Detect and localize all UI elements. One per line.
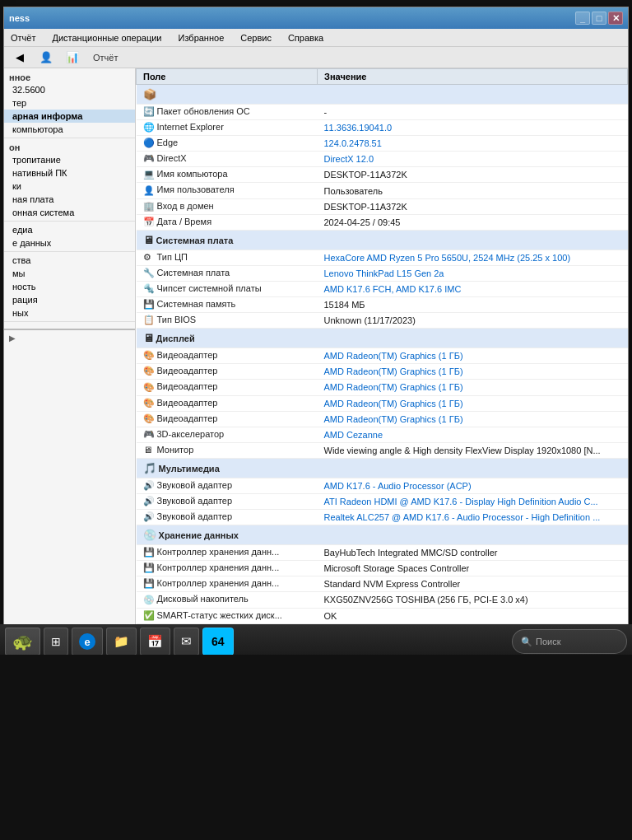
table-row: 🔊Звуковой адаптерRealtek ALC257 @ AMD K1… bbox=[137, 510, 628, 525]
sidebar-resize-handle[interactable]: ▶ bbox=[4, 329, 135, 346]
table-row: ✅SMART-статус жестких диск...OK bbox=[137, 608, 628, 623]
col-field: Поле bbox=[137, 69, 318, 85]
search-label: Поиск bbox=[536, 637, 560, 646]
row-icon: 💾 bbox=[143, 562, 155, 574]
table-row: 🎨ВидеоадаптерAMD Radeon(TM) Graphics (1 … bbox=[137, 348, 628, 364]
table-row: 💾Системная память15184 МБ bbox=[137, 297, 628, 313]
minimize-button[interactable]: _ bbox=[575, 12, 590, 25]
sidebar-item-5[interactable]: тропитание bbox=[4, 153, 135, 166]
menubar: Отчёт Дистанционные операции Избранное С… bbox=[4, 29, 628, 47]
taskbar: 🐢 ⊞ e 📁 📅 ✉ 64 🔍 Поиск bbox=[0, 624, 632, 659]
row-icon: 💿 bbox=[143, 595, 155, 606]
sidebar-item-13[interactable]: мы bbox=[4, 267, 135, 280]
table-row: 🎨ВидеоадаптерAMD Radeon(TM) Graphics (1 … bbox=[137, 380, 628, 395]
sidebar-item-12[interactable]: ства bbox=[4, 254, 135, 267]
table-row: 🎮DirectXDirectX 12.0 bbox=[137, 152, 628, 167]
back-button[interactable]: ◀ bbox=[9, 49, 30, 67]
row-icon: 🔊 bbox=[143, 511, 155, 523]
row-icon: 🎮 bbox=[143, 153, 155, 165]
search-icon: 🔍 bbox=[521, 637, 532, 647]
sidebar-item-2[interactable]: тер bbox=[4, 96, 135, 110]
row-icon: 🎨 bbox=[143, 382, 155, 394]
row-icon: ✅ bbox=[143, 610, 155, 622]
user-button[interactable]: 👤 bbox=[35, 49, 57, 67]
row-icon: 👤 bbox=[143, 185, 155, 197]
sidebar-item-16[interactable]: ных bbox=[4, 306, 135, 320]
close-button[interactable]: ✕ bbox=[608, 12, 623, 25]
menu-report[interactable]: Отчёт bbox=[7, 32, 39, 44]
table-row: 🔩Чипсет системной платыAMD K17.6 FCH, AM… bbox=[137, 281, 628, 296]
row-icon: 🖥 bbox=[143, 445, 155, 456]
sidebar-item-6[interactable]: нативный ПК bbox=[4, 166, 135, 180]
table-section-header: 💿 Хранение данных bbox=[137, 525, 628, 545]
toolbar: ◀ 👤 📊 Отчёт bbox=[4, 47, 628, 68]
table-row: 🔄Пакет обновления ОС- bbox=[137, 105, 628, 120]
sidebar-item-3[interactable]: арная информа bbox=[4, 110, 135, 123]
taskbar-edge[interactable]: e bbox=[72, 628, 103, 656]
chart-icon: 📊 bbox=[66, 51, 79, 64]
content-area[interactable]: Поле Значение 📦 🔄Пакет обновления ОС-🌐In… bbox=[136, 68, 628, 638]
table-row: 🔊Звуковой адаптерAMD K17.6 - Audio Proce… bbox=[137, 478, 628, 493]
row-icon: 🌐 bbox=[143, 122, 155, 133]
row-icon: 📋 bbox=[143, 315, 155, 326]
taskbar-badge64[interactable]: 64 bbox=[202, 628, 234, 656]
row-icon: 🎨 bbox=[143, 398, 155, 409]
row-icon: 🔊 bbox=[143, 480, 155, 492]
chart-button[interactable]: 📊 bbox=[62, 49, 83, 67]
bottom-area bbox=[0, 655, 632, 840]
table-section-header: 🖥 Дисплей bbox=[137, 329, 628, 348]
window-title: ness bbox=[9, 13, 574, 23]
taskbar-turtle[interactable]: 🐢 bbox=[5, 628, 40, 656]
table-row: 💾Контроллер хранения данн...Standard NVM… bbox=[137, 576, 628, 592]
edge-icon: e bbox=[79, 633, 95, 650]
turtle-icon: 🐢 bbox=[12, 632, 33, 651]
sidebar-item-10[interactable]: едиа bbox=[4, 223, 135, 236]
menu-service[interactable]: Сервис bbox=[237, 32, 275, 44]
table-row: 🔊Звуковой адаптерATI Radeon HDMI @ AMD K… bbox=[137, 493, 628, 509]
menu-help[interactable]: Справка bbox=[285, 32, 327, 44]
user-icon: 👤 bbox=[40, 51, 53, 64]
maximize-button[interactable]: □ bbox=[592, 12, 606, 25]
sidebar-item-4[interactable]: компьютора bbox=[4, 123, 135, 136]
table-row: 🎮3D-акселераторAMD Cezanne bbox=[137, 427, 628, 442]
sidebar-item-15[interactable]: рация bbox=[4, 293, 135, 306]
col-value: Значение bbox=[318, 69, 628, 85]
sidebar-item-9[interactable]: онная система bbox=[4, 206, 135, 219]
row-icon: 🎨 bbox=[143, 366, 155, 377]
task-view-icon: ⊞ bbox=[51, 635, 61, 648]
taskbar-email[interactable]: ✉ bbox=[174, 628, 199, 656]
table-row: 🌐Internet Explorer11.3636.19041.0 bbox=[137, 120, 628, 136]
badge64-label: 64 bbox=[211, 635, 225, 648]
table-row: 🖥МониторWide viewing angle & High densit… bbox=[137, 442, 628, 458]
info-table: Поле Значение 📦 🔄Пакет обновления ОС-🌐In… bbox=[136, 68, 628, 624]
table-row: 💿Дисковый накопительKXG50ZNV256G TOSHIBA… bbox=[137, 592, 628, 608]
row-icon: 💻 bbox=[143, 169, 155, 180]
taskbar-calendar[interactable]: 📅 bbox=[140, 628, 170, 656]
sidebar-section-1: нное 32.5600 тер арная информа компьютор… bbox=[4, 68, 135, 138]
row-icon: 🎮 bbox=[143, 429, 155, 441]
sidebar-item-8[interactable]: ная плата bbox=[4, 193, 135, 206]
menu-favorites[interactable]: Избранное bbox=[175, 32, 228, 44]
menu-remote[interactable]: Дистанционные операции bbox=[49, 32, 165, 44]
taskbar-files[interactable]: 📁 bbox=[106, 628, 137, 656]
sidebar-item-1[interactable]: 32.5600 bbox=[4, 83, 135, 96]
toolbar-label: Отчёт bbox=[93, 53, 118, 63]
row-icon: 🔩 bbox=[143, 283, 155, 295]
sidebar-item-11[interactable]: е данных bbox=[4, 236, 135, 250]
table-row: 📅Дата / Время2024-04-25 / 09:45 bbox=[137, 214, 628, 230]
titlebar: ness _ □ ✕ bbox=[4, 7, 628, 29]
app-window: ness _ □ ✕ Отчёт Дистанционные операции … bbox=[3, 7, 629, 657]
row-icon: 💾 bbox=[143, 578, 155, 590]
row-icon: 🎨 bbox=[143, 413, 155, 425]
taskbar-task-view[interactable]: ⊞ bbox=[44, 628, 68, 656]
table-row: 💻Имя компьютораDESKTOP-11A372K bbox=[137, 167, 628, 183]
row-icon: 🔵 bbox=[143, 138, 155, 149]
row-icon: 💾 bbox=[143, 547, 155, 558]
sidebar-item-7[interactable]: ки bbox=[4, 180, 135, 193]
row-icon: 🔄 bbox=[143, 106, 155, 118]
email-icon: ✉ bbox=[181, 634, 192, 649]
taskbar-search[interactable]: 🔍 Поиск bbox=[512, 629, 627, 654]
table-row: 🎨ВидеоадаптерAMD Radeon(TM) Graphics (1 … bbox=[137, 364, 628, 380]
sidebar-item-14[interactable]: ность bbox=[4, 280, 135, 293]
table-row: 🔧Системная платаLenovo ThinkPad L15 Gen … bbox=[137, 265, 628, 281]
